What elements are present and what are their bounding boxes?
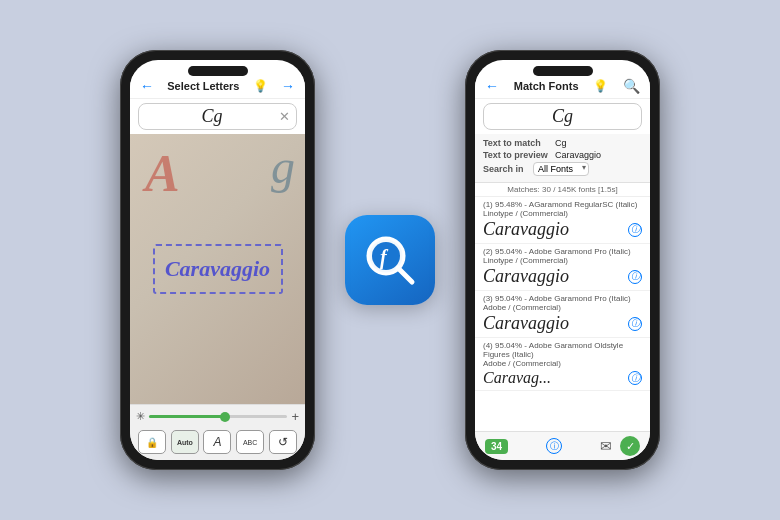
- left-phone-screen: ← Select Letters 💡 → Cg ✕ A g Caravaggio…: [130, 60, 305, 460]
- font-result-3-info-button[interactable]: ⓘ: [628, 317, 642, 331]
- camera-letter-left: A: [145, 144, 180, 203]
- confirm-button[interactable]: ✓: [620, 436, 640, 456]
- left-phone: ← Select Letters 💡 → Cg ✕ A g Caravaggio…: [120, 50, 315, 470]
- font-result-1-preview: Caravaggio ⓘ: [483, 219, 642, 240]
- check-icon: ✓: [626, 440, 635, 453]
- font-result-2: (2) 95.04% - Adobe Garamond Pro (Italic)…: [475, 244, 650, 291]
- font-result-2-score: 95.04% -: [495, 247, 529, 256]
- font-result-4-score: 95.04% -: [495, 341, 529, 350]
- left-back-button[interactable]: ←: [140, 78, 154, 94]
- bulb-icon: 💡: [253, 79, 268, 93]
- text-to-preview-value[interactable]: Caravaggio: [555, 150, 601, 160]
- left-forward-button[interactable]: →: [281, 78, 295, 94]
- left-search-text: Cg: [145, 106, 279, 127]
- font-result-4-preview-text: Caravag...: [483, 369, 551, 387]
- brightness-slider-track[interactable]: [149, 415, 287, 418]
- right-bulb-icon: 💡: [593, 79, 608, 93]
- lock-tool-button[interactable]: 🔒: [138, 430, 166, 454]
- selection-word: Caravaggio: [165, 256, 270, 282]
- font-result-1-foundry: Linotype / (Commercial): [483, 209, 642, 218]
- text-to-preview-row: Text to preview Caravaggio: [483, 150, 642, 160]
- count-badge: 34: [485, 439, 508, 454]
- font-result-2-info-button[interactable]: ⓘ: [628, 270, 642, 284]
- font-result-2-rank: (2): [483, 247, 495, 256]
- search-in-wrapper: All Fonts: [533, 162, 589, 176]
- font-result-1-score: 95.48% -: [495, 200, 529, 209]
- font-result-3: (3) 95.04% - Adobe Garamond Pro (Italic)…: [475, 291, 650, 338]
- font-result-1-preview-text: Caravaggio: [483, 219, 569, 240]
- font-results-list: (1) 95.48% - AGaramond RegularSC (Italic…: [475, 197, 650, 431]
- right-bottom-bar: 34 ⓘ ✉ ✓: [475, 431, 650, 460]
- font-result-1-info-button[interactable]: ⓘ: [628, 223, 642, 237]
- right-phone: ← Match Fonts 💡 🔍 Cg Text to match Cg Te…: [465, 50, 660, 470]
- tool-row: 🔒 Auto A ABC ↺: [136, 428, 299, 456]
- bottom-controls: ✳ + 🔒 Auto A ABC ↺: [130, 404, 305, 460]
- text-to-match-value: Cg: [555, 138, 567, 148]
- text-to-preview-label: Text to preview: [483, 150, 555, 160]
- match-fields: Text to match Cg Text to preview Caravag…: [475, 134, 650, 183]
- slider-fill: [149, 415, 225, 418]
- svg-line-3: [398, 268, 412, 282]
- brightness-min-icon: ✳: [136, 410, 145, 423]
- right-nav-bar: ← Match Fonts 💡 🔍: [475, 72, 650, 99]
- left-close-button[interactable]: ✕: [279, 109, 290, 124]
- right-phone-screen: ← Match Fonts 💡 🔍 Cg Text to match Cg Te…: [475, 60, 650, 460]
- text-to-match-label: Text to match: [483, 138, 555, 148]
- brightness-slider-row: ✳ +: [136, 409, 299, 424]
- camera-letter-right: g: [271, 139, 295, 194]
- bottom-info-button[interactable]: ⓘ: [546, 438, 562, 454]
- font-result-2-name: Adobe Garamond Pro (Italic): [529, 247, 631, 256]
- right-dynamic-island: [533, 66, 593, 76]
- font-result-4-info-button[interactable]: ⓘ: [628, 371, 642, 385]
- font-result-3-preview: Caravaggio ⓘ: [483, 313, 642, 334]
- font-result-3-header: (3) 95.04% - Adobe Garamond Pro (Italic)…: [483, 294, 642, 312]
- font-result-2-preview: Caravaggio ⓘ: [483, 266, 642, 287]
- right-nav-title: Match Fonts: [514, 80, 579, 92]
- left-search-bar: Cg ✕: [138, 103, 297, 130]
- font-result-4: (4) 95.04% - Adobe Garamond Oldstyle Fig…: [475, 338, 650, 391]
- right-back-button[interactable]: ←: [485, 78, 499, 94]
- font-result-3-foundry: Adobe / (Commercial): [483, 303, 642, 312]
- font-result-1: (1) 95.48% - AGaramond RegularSC (Italic…: [475, 197, 650, 244]
- search-in-row: Search in All Fonts: [483, 162, 642, 176]
- font-result-4-preview: Caravag... ⓘ: [483, 369, 642, 387]
- search-in-select[interactable]: All Fonts: [533, 162, 589, 176]
- font-result-4-header: (4) 95.04% - Adobe Garamond Oldstyle Fig…: [483, 341, 642, 368]
- font-result-3-preview-text: Caravaggio: [483, 313, 569, 334]
- font-result-1-name: AGaramond RegularSC (Italic): [529, 200, 637, 209]
- selection-box[interactable]: Caravaggio: [153, 244, 283, 294]
- font-result-1-rank: (1): [483, 200, 495, 209]
- font-result-1-header: (1) 95.48% - AGaramond RegularSC (Italic…: [483, 200, 642, 218]
- font-result-3-rank: (3): [483, 294, 495, 303]
- right-search-text: Cg: [490, 106, 635, 127]
- left-nav-bar: ← Select Letters 💡 →: [130, 72, 305, 99]
- font-result-2-foundry: Linotype / (Commercial): [483, 256, 642, 265]
- camera-view: A g Caravaggio: [130, 134, 305, 404]
- right-search-bar: Cg: [483, 103, 642, 130]
- slider-thumb: [220, 412, 230, 422]
- font-result-4-rank: (4): [483, 341, 495, 350]
- rotate-tool-button[interactable]: ↺: [269, 430, 297, 454]
- left-nav-title: Select Letters: [167, 80, 239, 92]
- bottom-action-icons: ✉ ✓: [600, 436, 640, 456]
- font-result-2-header: (2) 95.04% - Adobe Garamond Pro (Italic)…: [483, 247, 642, 265]
- app-icon: f: [345, 215, 435, 305]
- text-select-tool-button[interactable]: ABC: [236, 430, 264, 454]
- dynamic-island: [188, 66, 248, 76]
- text-to-match-row: Text to match Cg: [483, 138, 642, 148]
- match-content: Text to match Cg Text to preview Caravag…: [475, 134, 650, 460]
- font-tool-button[interactable]: A: [203, 430, 231, 454]
- right-search-icon[interactable]: 🔍: [623, 78, 640, 94]
- font-result-2-preview-text: Caravaggio: [483, 266, 569, 287]
- search-in-label: Search in: [483, 164, 533, 174]
- font-result-3-name: Adobe Garamond Pro (Italic): [529, 294, 631, 303]
- matches-info: Matches: 30 / 145K fonts [1.5s]: [475, 183, 650, 197]
- font-result-3-score: 95.04% -: [495, 294, 529, 303]
- brightness-plus-icon[interactable]: +: [291, 409, 299, 424]
- font-result-4-foundry: Adobe / (Commercial): [483, 359, 642, 368]
- font-finder-logo-icon: f: [360, 230, 420, 290]
- auto-tool-button[interactable]: Auto: [171, 430, 199, 454]
- email-icon[interactable]: ✉: [600, 438, 612, 454]
